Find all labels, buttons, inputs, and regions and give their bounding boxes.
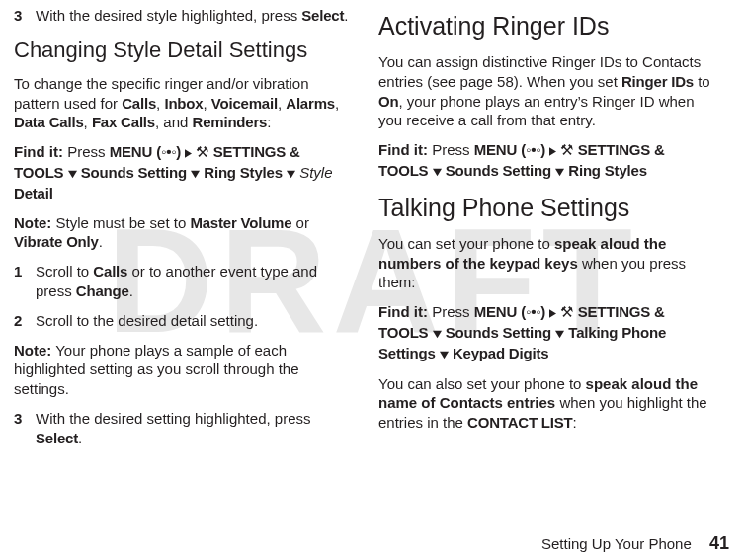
term: Fax Calls bbox=[92, 114, 155, 130]
text: Press bbox=[428, 141, 474, 158]
center-key-icon: (◦•◦) bbox=[521, 141, 545, 158]
text: to bbox=[694, 73, 710, 90]
section-heading: Changing Style Detail Settings bbox=[14, 36, 351, 64]
section-heading: Activating Ringer IDs bbox=[378, 10, 715, 42]
select-label: Select bbox=[36, 430, 78, 446]
step-text: Scroll to Calls or to another event type… bbox=[36, 262, 351, 301]
find-it-line: Find it: Press MENU (◦•◦) ⚒ SETTINGS & T… bbox=[378, 302, 715, 363]
arrow-down-icon bbox=[555, 324, 564, 344]
term: Vibrate Only bbox=[14, 233, 99, 250]
text: Scroll to bbox=[36, 263, 93, 280]
center-key-icon: (◦•◦) bbox=[521, 303, 545, 320]
tools-icon: ⚒ bbox=[560, 141, 573, 158]
find-label: Find it: bbox=[14, 143, 63, 160]
arrow-right-icon bbox=[549, 303, 556, 323]
footer-label: Setting Up Your Phone bbox=[541, 535, 692, 552]
text: . bbox=[344, 7, 348, 24]
step-text: With the desired style highlighted, pres… bbox=[36, 6, 351, 26]
text: With the desired setting highlighted, pr… bbox=[36, 410, 311, 427]
arrow-down-icon bbox=[433, 324, 442, 344]
find-label: Find it: bbox=[378, 303, 428, 320]
text: : bbox=[267, 114, 271, 130]
step-number: 3 bbox=[14, 6, 36, 26]
note-label: Note: bbox=[14, 214, 51, 231]
term: On bbox=[378, 93, 398, 110]
find-label: Find it: bbox=[378, 141, 428, 158]
term: Calls bbox=[122, 95, 156, 112]
menu-key: MENU bbox=[474, 303, 517, 320]
style-placeholder: Style bbox=[299, 164, 332, 181]
menu-item: Ring Styles bbox=[568, 162, 647, 179]
arrow-down-icon bbox=[68, 164, 77, 184]
term: Inbox bbox=[164, 95, 203, 112]
text: You can also set your phone to bbox=[378, 375, 586, 392]
text: : bbox=[573, 414, 577, 431]
text: Style must be set to bbox=[51, 214, 190, 231]
text: , your phone plays an entry’s Ringer ID … bbox=[378, 93, 695, 129]
term: Data Calls bbox=[14, 114, 84, 130]
tools-icon: ⚒ bbox=[560, 303, 573, 320]
page-footer: Setting Up Your Phone 41 bbox=[541, 533, 729, 554]
paragraph: You can assign distinctive Ringer IDs to… bbox=[378, 52, 715, 130]
arrow-right-icon bbox=[549, 141, 556, 161]
section-heading: Talking Phone Settings bbox=[378, 192, 715, 224]
term: Change bbox=[76, 282, 129, 299]
arrow-down-icon bbox=[440, 345, 449, 364]
menu-item: Ring Styles bbox=[204, 164, 283, 181]
text: . bbox=[78, 430, 82, 446]
step-number: 3 bbox=[14, 409, 36, 448]
arrow-down-icon bbox=[287, 164, 295, 184]
text: , and bbox=[155, 114, 193, 130]
text: Press bbox=[428, 303, 474, 320]
list-item: 2 Scroll to the desired detail setting. bbox=[14, 311, 351, 331]
list-item: 3 With the desired style highlighted, pr… bbox=[14, 6, 351, 26]
step-number: 1 bbox=[14, 262, 36, 301]
list-item: 1 Scroll to Calls or to another event ty… bbox=[14, 262, 351, 301]
term: Master Volume bbox=[190, 214, 291, 231]
term: CONTACT LIST bbox=[467, 414, 572, 431]
menu-item: Sounds Setting bbox=[81, 164, 187, 181]
find-it-line: Find it: Press MENU (◦•◦) ⚒ SETTINGS & T… bbox=[378, 140, 715, 182]
menu-key: MENU bbox=[474, 141, 517, 158]
arrow-down-icon bbox=[433, 162, 442, 182]
term: Ringer IDs bbox=[621, 73, 694, 90]
menu-item: Detail bbox=[14, 185, 53, 201]
arrow-down-icon bbox=[555, 162, 564, 182]
select-label: Select bbox=[301, 7, 344, 24]
step-text: Scroll to the desired detail setting. bbox=[36, 311, 351, 331]
term: Voicemail bbox=[211, 95, 278, 112]
paragraph: To change the specific ringer and/or vib… bbox=[14, 74, 351, 132]
menu-item: Keypad Digits bbox=[453, 345, 548, 361]
text: , bbox=[278, 95, 286, 112]
note-label: Note: bbox=[14, 342, 51, 359]
right-column: Activating Ringer IDs You can assign dis… bbox=[365, 6, 729, 458]
text: With the desired style highlighted, pres… bbox=[36, 7, 301, 24]
paragraph: You can also set your phone to speak alo… bbox=[378, 374, 715, 433]
text: , bbox=[203, 95, 210, 112]
text: Your phone plays a sample of each highli… bbox=[14, 342, 299, 398]
term: Alarms bbox=[286, 95, 335, 112]
note: Note: Style must be set to Master Volume… bbox=[14, 213, 351, 253]
text: . bbox=[129, 282, 133, 299]
page-body: 3 With the desired style highlighted, pr… bbox=[0, 0, 745, 464]
text: or bbox=[291, 214, 309, 231]
arrow-down-icon bbox=[191, 164, 200, 184]
text: . bbox=[99, 233, 103, 250]
find-it-line: Find it: Press MENU (◦•◦) ⚒ SETTINGS & T… bbox=[14, 142, 351, 202]
term: Reminders bbox=[193, 114, 268, 130]
term: Calls bbox=[93, 263, 127, 280]
text: Press bbox=[63, 143, 110, 160]
list-item: 3 With the desired setting highlighted, … bbox=[14, 409, 351, 448]
menu-item: Sounds Setting bbox=[446, 324, 551, 341]
page-number: 41 bbox=[709, 533, 729, 553]
tools-icon: ⚒ bbox=[196, 143, 208, 160]
note: Note: Your phone plays a sample of each … bbox=[14, 341, 351, 399]
text: , bbox=[335, 95, 339, 112]
text: You can set your phone to bbox=[378, 235, 554, 252]
center-key-icon: (◦•◦) bbox=[156, 143, 181, 160]
menu-key: MENU bbox=[110, 143, 152, 160]
text: , bbox=[84, 114, 92, 130]
left-column: 3 With the desired style highlighted, pr… bbox=[0, 6, 365, 458]
step-number: 2 bbox=[14, 311, 36, 331]
step-text: With the desired setting highlighted, pr… bbox=[36, 409, 351, 448]
